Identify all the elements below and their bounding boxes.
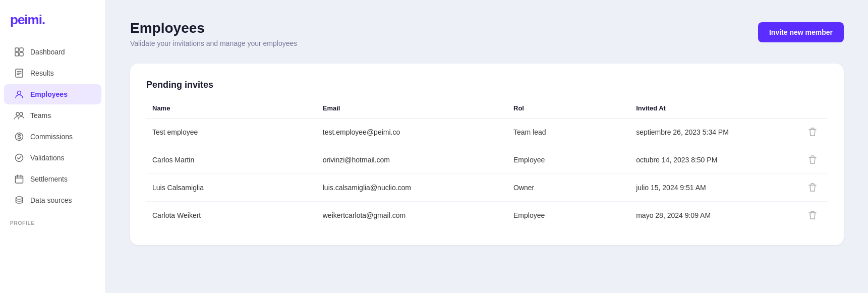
sidebar: peimi. Dashboard: [0, 0, 106, 293]
sidebar-item-data-sources[interactable]: Data sources: [4, 190, 101, 210]
col-header-name: Name: [146, 100, 317, 119]
cell-email: luis.calsamiglia@nuclio.com: [317, 174, 507, 202]
table-body: Test employee test.employee@peimi.co Tea…: [146, 119, 828, 229]
sidebar-nav: Dashboard Results Employee: [0, 38, 105, 214]
cell-action: [800, 119, 828, 146]
cell-rol: Employee: [507, 202, 630, 229]
col-header-invited-at: Invited At: [630, 100, 800, 119]
cell-invited-at: julio 15, 2024 9:51 AM: [630, 174, 800, 202]
table-row: Carlota Weikert weikertcarlota@gmail.com…: [146, 202, 828, 229]
sidebar-item-teams[interactable]: Teams: [4, 105, 101, 126]
sidebar-item-label-settlements: Settlements: [30, 175, 68, 183]
svg-point-8: [18, 91, 21, 95]
cell-name: Carlos Martin: [146, 146, 317, 174]
cell-invited-at: septiembre 26, 2023 5:34 PM: [630, 119, 800, 146]
table-row: Carlos Martin orivinzi@hotmail.com Emplo…: [146, 146, 828, 174]
col-header-rol: Rol: [507, 100, 630, 119]
sidebar-item-label-validations: Validations: [30, 154, 64, 162]
svg-rect-2: [15, 52, 19, 56]
grid-icon: [14, 47, 24, 57]
pending-invites-table: Name Email Rol Invited At Test employee …: [146, 100, 828, 229]
delete-button[interactable]: [806, 153, 819, 166]
svg-point-9: [16, 112, 19, 115]
main-content: Employees Validate your invitations and …: [106, 0, 868, 293]
cell-rol: Owner: [507, 174, 630, 202]
sidebar-item-label-commissions: Commissions: [30, 133, 73, 141]
svg-rect-3: [20, 52, 23, 56]
cell-rol: Team lead: [507, 119, 630, 146]
table-head: Name Email Rol Invited At: [146, 100, 828, 119]
delete-button[interactable]: [806, 181, 819, 194]
file-icon: [14, 68, 24, 78]
svg-rect-13: [16, 176, 23, 183]
sidebar-item-commissions[interactable]: Commissions: [4, 127, 101, 147]
cell-email: test.employee@peimi.co: [317, 119, 507, 146]
pending-invites-title: Pending invites: [146, 80, 828, 90]
page-title: Employees: [130, 20, 297, 36]
delete-button[interactable]: [806, 209, 819, 222]
profile-section-label: PROFILE: [0, 214, 105, 228]
cell-rol: Employee: [507, 146, 630, 174]
sidebar-item-label-employees: Employees: [30, 90, 68, 98]
page-header: Employees Validate your invitations and …: [130, 20, 844, 47]
cell-action: [800, 202, 828, 229]
cell-name: Luis Calsamiglia: [146, 174, 317, 202]
sidebar-item-results[interactable]: Results: [4, 63, 101, 83]
sidebar-item-label-dashboard: Dashboard: [30, 48, 65, 56]
cell-email: weikertcarlota@gmail.com: [317, 202, 507, 229]
cell-email: orivinzi@hotmail.com: [317, 146, 507, 174]
col-header-email: Email: [317, 100, 507, 119]
delete-button[interactable]: [806, 126, 819, 139]
logo: peimi.: [0, 0, 105, 38]
table-row: Luis Calsamiglia luis.calsamiglia@nuclio…: [146, 174, 828, 202]
cell-action: [800, 146, 828, 174]
check-circle-icon: [14, 153, 24, 163]
circle-dollar-icon: [14, 132, 24, 142]
page-title-group: Employees Validate your invitations and …: [130, 20, 297, 47]
team-icon: [14, 110, 24, 121]
svg-rect-0: [15, 48, 19, 51]
calendar-icon: [14, 174, 24, 184]
svg-point-17: [16, 197, 23, 199]
cell-name: Test employee: [146, 119, 317, 146]
pending-invites-card: Pending invites Name Email Rol Invited A…: [130, 64, 844, 245]
sidebar-item-settlements[interactable]: Settlements: [4, 169, 101, 189]
table-row: Test employee test.employee@peimi.co Tea…: [146, 119, 828, 146]
logo-text: peimi.: [10, 12, 45, 27]
sidebar-item-label-results: Results: [30, 69, 54, 77]
page-subtitle: Validate your invitations and manage you…: [130, 39, 297, 47]
cell-invited-at: octubre 14, 2023 8:50 PM: [630, 146, 800, 174]
sidebar-item-dashboard[interactable]: Dashboard: [4, 42, 101, 62]
invite-new-member-button[interactable]: Invite new member: [758, 22, 844, 42]
cell-name: Carlota Weikert: [146, 202, 317, 229]
svg-point-10: [20, 112, 23, 115]
col-header-action: [800, 100, 828, 119]
person-icon: [14, 89, 24, 99]
svg-point-12: [16, 154, 23, 162]
cell-invited-at: mayo 28, 2024 9:09 AM: [630, 202, 800, 229]
sidebar-item-label-data-sources: Data sources: [30, 196, 72, 204]
database-icon: [14, 195, 24, 205]
sidebar-item-label-teams: Teams: [30, 111, 51, 120]
sidebar-item-employees[interactable]: Employees: [4, 84, 101, 104]
svg-rect-1: [20, 48, 23, 51]
cell-action: [800, 174, 828, 202]
sidebar-item-validations[interactable]: Validations: [4, 148, 101, 168]
